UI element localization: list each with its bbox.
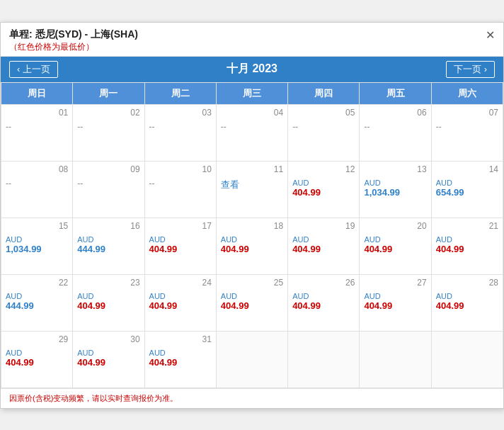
calendar-cell — [360, 331, 431, 387]
calendar-cell: 06-- — [360, 104, 431, 161]
calendar-cell: 26AUD404.99 — [288, 274, 360, 331]
weekday-header: 周日 — [1, 82, 73, 104]
day-number: 26 — [345, 278, 355, 288]
price-value[interactable]: 404.99 — [436, 300, 464, 311]
day-number: 11 — [274, 164, 283, 174]
calendar-cell: 30AUD404.99 — [73, 331, 144, 387]
no-price: -- — [436, 122, 498, 132]
day-number: 28 — [489, 278, 498, 288]
calendar-cell: 22AUD444.99 — [1, 274, 73, 331]
day-number: 20 — [417, 221, 426, 231]
day-number: 29 — [59, 334, 68, 344]
calendar-cell: 25AUD404.99 — [216, 274, 287, 331]
currency-label: AUD — [221, 292, 237, 300]
calendar-cell: 10-- — [144, 161, 216, 217]
calendar-cell: 20AUD404.99 — [360, 217, 431, 274]
price-value[interactable]: 404.99 — [149, 300, 178, 311]
day-number: 27 — [417, 278, 426, 288]
no-price: -- — [221, 122, 283, 132]
price-value[interactable]: 404.99 — [364, 244, 392, 254]
currency-label: AUD — [6, 349, 22, 357]
calendar-cell: 28AUD404.99 — [431, 274, 503, 331]
next-button[interactable]: 下一页 › — [446, 61, 495, 78]
price-value[interactable]: 404.99 — [364, 300, 392, 311]
calendar-cell: 17AUD404.99 — [144, 217, 216, 274]
price-value[interactable]: 404.99 — [221, 300, 249, 311]
day-number: 21 — [489, 221, 498, 231]
calendar-cell: 08-- — [1, 161, 73, 217]
price-value[interactable]: 404.99 — [77, 357, 105, 368]
calendar-cell: 14AUD654.99 — [431, 161, 503, 217]
price-value[interactable]: 1,034.99 — [6, 244, 42, 254]
day-number: 01 — [59, 108, 68, 118]
price-value[interactable]: 444.99 — [77, 244, 105, 254]
day-number: 24 — [202, 278, 211, 288]
no-price: -- — [77, 122, 139, 132]
day-number: 23 — [130, 278, 139, 288]
no-price: -- — [6, 179, 68, 188]
price-value[interactable]: 404.99 — [221, 244, 249, 254]
weekday-header: 周六 — [431, 82, 503, 104]
currency-label: AUD — [292, 179, 309, 187]
weekday-header: 周四 — [288, 82, 360, 104]
price-value[interactable]: 404.99 — [77, 300, 105, 311]
price-value[interactable]: 404.99 — [292, 300, 321, 311]
calendar-cell — [431, 331, 503, 387]
calendar-cell: 03-- — [144, 104, 216, 161]
price-value[interactable]: 404.99 — [436, 244, 464, 254]
no-price: -- — [149, 179, 212, 188]
no-price: -- — [292, 122, 355, 132]
price-value[interactable]: 404.99 — [6, 357, 34, 368]
price-value[interactable]: 404.99 — [149, 357, 178, 368]
currency-label: AUD — [436, 235, 452, 244]
calendar-cell: 29AUD404.99 — [1, 331, 73, 387]
calendar-cell: 07-- — [431, 104, 503, 161]
day-number: 15 — [59, 221, 68, 231]
calendar-cell: 13AUD1,034.99 — [360, 161, 431, 217]
modal-subtitle: （红色价格为最低价） — [9, 41, 495, 53]
currency-label: AUD — [77, 235, 93, 244]
price-value[interactable]: 1,034.99 — [364, 187, 400, 198]
weekday-header: 周一 — [73, 82, 144, 104]
calendar-cell: 19AUD404.99 — [288, 217, 360, 274]
day-number: 17 — [202, 221, 211, 231]
no-price: -- — [6, 122, 68, 132]
day-number: 05 — [345, 108, 355, 118]
day-number: 12 — [345, 164, 355, 174]
price-value[interactable]: 404.99 — [292, 187, 321, 198]
calendar-cell: 05-- — [288, 104, 360, 161]
currency-label: AUD — [149, 349, 166, 357]
price-value[interactable]: 654.99 — [436, 187, 464, 198]
day-number: 18 — [274, 221, 283, 231]
price-value[interactable]: 444.99 — [6, 300, 34, 311]
see-price-link[interactable]: 查看 — [221, 179, 283, 191]
currency-label: AUD — [364, 235, 380, 244]
day-number: 30 — [130, 334, 139, 344]
price-value[interactable]: 404.99 — [149, 244, 178, 254]
day-number: 13 — [417, 164, 426, 174]
day-number: 09 — [130, 164, 139, 174]
calendar-cell: 15AUD1,034.99 — [1, 217, 73, 274]
month-nav: ‹ 上一页 十月 2023 下一页 › — [1, 57, 503, 82]
weekday-header: 周三 — [216, 82, 287, 104]
price-value[interactable]: 404.99 — [292, 244, 321, 254]
day-number: 31 — [202, 334, 211, 344]
calendar-table: 周日周一周二周三周四周五周六 01--02--03--04--05--06--0… — [1, 82, 503, 388]
currency-label: AUD — [77, 292, 93, 300]
footer-note: 因票价(含税)变动频繁，请以实时查询报价为准。 — [1, 388, 503, 408]
day-number: 10 — [202, 164, 211, 174]
calendar-cell[interactable]: 11查看 — [216, 161, 287, 217]
calendar-cell: 24AUD404.99 — [144, 274, 216, 331]
calendar-cell: 12AUD404.99 — [288, 161, 360, 217]
calendar-cell: 16AUD444.99 — [73, 217, 144, 274]
no-price: -- — [149, 122, 212, 132]
calendar-cell: 31AUD404.99 — [144, 331, 216, 387]
calendar-cell — [216, 331, 287, 387]
calendar-cell: 21AUD404.99 — [431, 217, 503, 274]
currency-label: AUD — [149, 235, 166, 244]
close-button[interactable]: ✕ — [486, 28, 495, 42]
currency-label: AUD — [77, 349, 93, 357]
currency-label: AUD — [292, 235, 309, 244]
calendar-cell: 02-- — [73, 104, 144, 161]
prev-button[interactable]: ‹ 上一页 — [9, 61, 58, 78]
